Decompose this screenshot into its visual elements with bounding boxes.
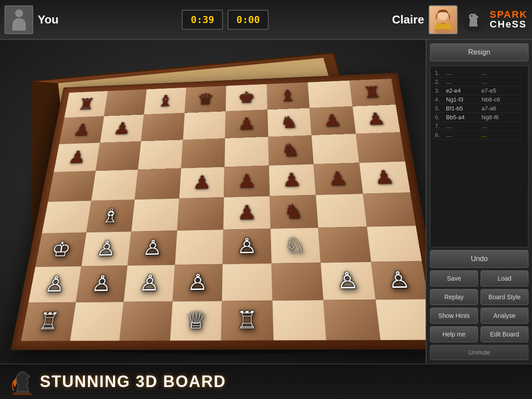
piece-w-P-6-7[interactable]: ♙ — [387, 269, 411, 292]
piece-w-P-5-4[interactable]: ♙ — [237, 236, 257, 257]
piece-w-P-6-6[interactable]: ♙ — [336, 270, 359, 292]
edit-board-button[interactable]: Edit Board — [481, 326, 528, 342]
square-5-1[interactable]: ♙ — [81, 231, 131, 266]
piece-b-P-1-0[interactable]: ♟ — [72, 122, 91, 138]
replay-button[interactable]: Replay — [430, 289, 478, 305]
square-3-2[interactable] — [135, 168, 181, 200]
square-2-3[interactable] — [181, 138, 225, 168]
square-3-3[interactable]: ♟ — [179, 167, 225, 198]
square-5-6[interactable] — [318, 227, 371, 262]
square-2-4[interactable] — [224, 137, 269, 167]
piece-b-P-3-6[interactable]: ♟ — [327, 169, 348, 188]
square-3-5[interactable]: ♟ — [269, 164, 316, 196]
square-0-5[interactable]: ♝ — [266, 82, 309, 110]
square-3-0[interactable] — [48, 171, 95, 202]
piece-w-P-5-2[interactable]: ♙ — [142, 238, 163, 258]
square-2-1[interactable] — [95, 141, 141, 171]
square-2-5[interactable]: ♞ — [268, 135, 313, 165]
square-0-1[interactable] — [104, 89, 147, 116]
square-2-0[interactable]: ♟ — [54, 143, 100, 172]
square-1-1[interactable]: ♟ — [100, 114, 144, 142]
square-1-0[interactable]: ♟ — [59, 116, 104, 144]
square-5-4[interactable]: ♙ — [223, 229, 271, 264]
piece-b-Q-0-3[interactable]: ♛ — [196, 91, 214, 107]
piece-b-R-0-7[interactable]: ♜ — [362, 84, 382, 101]
square-5-2[interactable]: ♙ — [128, 231, 177, 266]
square-4-7[interactable] — [363, 192, 416, 227]
square-4-5[interactable]: ♞ — [270, 195, 318, 229]
piece-b-P-1-1[interactable]: ♟ — [113, 120, 132, 137]
square-3-4[interactable]: ♟ — [224, 165, 270, 197]
square-7-4[interactable]: ♖ — [221, 301, 274, 340]
square-1-4[interactable]: ♟ — [225, 110, 268, 138]
square-6-4[interactable] — [222, 263, 272, 301]
square-4-4[interactable]: ♟ — [223, 196, 270, 230]
piece-b-B-0-2[interactable]: ♝ — [156, 93, 174, 109]
piece-b-P-3-7[interactable]: ♟ — [373, 168, 395, 187]
square-3-6[interactable]: ♟ — [313, 163, 363, 195]
square-6-5[interactable] — [271, 262, 324, 300]
save-button[interactable]: Save — [430, 270, 478, 286]
piece-b-K-0-4[interactable]: ♚ — [238, 90, 255, 106]
square-7-1[interactable] — [70, 302, 123, 341]
square-2-7[interactable] — [356, 132, 405, 163]
piece-b-P-4-4[interactable]: ♟ — [237, 203, 256, 223]
square-7-3[interactable]: ♕ — [170, 301, 222, 340]
square-1-7[interactable]: ♟ — [352, 105, 400, 134]
board-area[interactable]: // We'll draw this via inline SVG with J… — [0, 40, 426, 364]
square-4-6[interactable] — [316, 194, 367, 228]
piece-b-B-0-5[interactable]: ♝ — [279, 88, 297, 104]
piece-b-R-0-0[interactable]: ♜ — [77, 96, 96, 112]
square-1-3[interactable] — [183, 111, 226, 140]
piece-b-N-1-5[interactable]: ♞ — [280, 114, 298, 131]
square-6-7[interactable]: ♙ — [371, 261, 426, 300]
square-4-2[interactable] — [131, 199, 179, 232]
piece-w-K-5-0[interactable]: ♔ — [50, 239, 72, 260]
square-3-1[interactable] — [91, 169, 138, 200]
square-7-2[interactable] — [119, 301, 172, 341]
square-0-7[interactable]: ♜ — [349, 78, 396, 106]
square-6-1[interactable]: ♙ — [76, 266, 128, 302]
square-0-3[interactable]: ♛ — [184, 86, 226, 113]
square-5-7[interactable] — [367, 226, 422, 262]
unmute-button[interactable]: Unmute — [430, 345, 528, 360]
undo-button[interactable]: Undo — [430, 250, 528, 268]
square-0-0[interactable]: ♜ — [64, 91, 108, 117]
square-1-2[interactable] — [141, 113, 184, 141]
piece-w-R-7-4[interactable]: ♖ — [236, 309, 258, 332]
show-hints-button[interactable]: Show Hints — [430, 308, 478, 324]
square-7-7[interactable] — [376, 299, 426, 340]
square-4-3[interactable] — [177, 197, 224, 231]
piece-b-P-3-5[interactable]: ♟ — [282, 171, 302, 190]
piece-b-P-1-4[interactable]: ♟ — [238, 115, 255, 132]
help-me-button[interactable]: Help me — [430, 326, 478, 342]
load-button[interactable]: Load — [481, 270, 528, 286]
piece-w-Q-7-3[interactable]: ♕ — [185, 309, 207, 333]
square-7-6[interactable] — [323, 300, 380, 340]
square-1-6[interactable]: ♟ — [309, 106, 356, 135]
square-3-7[interactable]: ♟ — [359, 161, 411, 194]
square-6-3[interactable]: ♙ — [172, 264, 223, 301]
square-7-0[interactable]: ♖ — [21, 302, 75, 341]
board-style-button[interactable]: Board Style — [481, 289, 528, 305]
piece-w-P-6-1[interactable]: ♙ — [90, 273, 113, 295]
piece-b-P-3-4[interactable]: ♟ — [237, 172, 256, 191]
square-0-2[interactable]: ♝ — [144, 88, 186, 115]
piece-b-N-2-5[interactable]: ♞ — [281, 141, 300, 159]
square-2-6[interactable] — [312, 134, 359, 164]
square-7-5[interactable] — [272, 300, 326, 340]
analyse-button[interactable]: Analyse — [481, 308, 528, 324]
move-history[interactable]: 1.……2.……3.e2-e4e7-e54.Ng1-f3Nb8-c65.Bf1-… — [430, 66, 528, 247]
square-5-5[interactable]: ♘ — [270, 228, 321, 264]
piece-w-B-4-1[interactable]: ♗ — [100, 206, 121, 226]
square-4-0[interactable] — [42, 201, 91, 234]
piece-b-P-2-0[interactable]: ♟ — [67, 149, 87, 166]
square-6-6[interactable]: ♙ — [321, 262, 375, 300]
piece-w-R-7-0[interactable]: ♖ — [36, 310, 60, 333]
square-6-0[interactable]: ♙ — [28, 266, 81, 303]
square-5-3[interactable] — [175, 230, 223, 265]
piece-b-N-4-5[interactable]: ♞ — [283, 202, 304, 222]
piece-b-P-1-6[interactable]: ♟ — [322, 112, 342, 129]
square-1-5[interactable]: ♞ — [267, 108, 312, 137]
piece-w-P-6-3[interactable]: ♙ — [187, 271, 208, 293]
